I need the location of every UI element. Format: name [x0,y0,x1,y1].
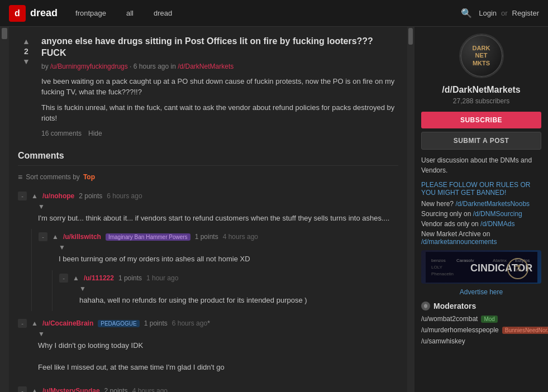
comment-1-header: - ▲ /u/nohope 2 points 6 hours ago [18,192,398,200]
comment-2-upvote[interactable]: ▲ [52,233,59,241]
comment-4-header: - ▲ /u/CocaineBrain PEDAGOGUE 1 points 6… [18,319,398,328]
sort-icon: ≡ [18,173,22,181]
post-time: 6 hours ago [134,63,169,70]
vendor-text: Vendor ads only on /d/DNMAds [421,220,541,228]
comment-1: - ▲ /u/nohope 2 points 6 hours ago ▼ I'm… [18,188,398,230]
post-vote-column: ▲ 2 ▼ [18,36,35,137]
moderators-icon [421,302,430,310]
comment-3-time: 1 hour ago [146,274,178,282]
comment-1-upvote[interactable]: ▲ [31,192,38,200]
advertise-image[interactable]: benzos Carasolv Atarinx Eutylos LOLY Phe… [421,250,541,284]
comment-5-points: 2 points [104,387,128,392]
comment-4-time: 6 hours ago* [172,319,210,327]
post-body: Ive been waiting on a pack caught up at … [41,76,398,124]
post-body-line1: Ive been waiting on a pack caught up at … [41,76,398,98]
comment-5-author[interactable]: /u/MysterySundae [42,387,100,392]
comments-link[interactable]: 16 comments [41,130,82,137]
content-area: ▲ 2 ▼ anyone else have drugs sitting in … [9,27,407,392]
moderator-1-link[interactable]: /u/wombat2combat [421,315,478,323]
sidebar: DARKNETMKTS /d/DarkNetMarkets 27,288 sub… [414,27,548,392]
comment-2-points: 1 points [195,233,218,241]
moderator-2-badge: BunniesNeedNorApply [502,327,548,334]
moderator-2: /u/murderhomelesspeople BunniesNeedNorAp… [421,326,541,334]
nav-dread[interactable]: dread [149,7,177,20]
main-scrollbar-thumb [408,28,413,45]
comment-3-collapse[interactable]: - [59,274,68,283]
post-author[interactable]: /u/Burningmyfuckingdrugs [50,63,128,70]
comment-4-downvote[interactable]: ▼ [38,330,45,338]
comment-3-body: ▼ hahaha, well no refunds for using the … [73,285,398,306]
new-here-link[interactable]: /d/DarknetMarketsNoobs [455,200,530,208]
comment-5-upvote[interactable]: ▲ [31,387,38,392]
post-actions: 16 comments Hide [41,130,398,137]
post-body-area: anyone else have drugs sitting in Post O… [41,36,398,137]
svg-text:benzos: benzos [431,258,446,263]
moderator-1-badge: Mod [481,315,497,323]
comment-3-downvote[interactable]: ▼ [79,285,86,293]
comments-title: Comments [18,151,64,161]
archive-link[interactable]: /d/marketannouncements [421,238,497,246]
comment-1-downvote[interactable]: ▼ [38,203,45,211]
sort-value[interactable]: Top [83,173,95,181]
post-meta: by /u/Burningmyfuckingdrugs · 6 hours ag… [41,63,398,70]
search-icon[interactable]: 🔍 [461,8,472,18]
post-downvote[interactable]: ▼ [21,56,31,67]
comment-3-author[interactable]: /u/111222 [84,274,114,282]
submit-post-button[interactable]: SUBMIT A POST [421,132,541,150]
post-body-line2: This is fuckin unreal, what in the fuck,… [41,102,398,124]
post-subreddit[interactable]: /d/DarkNetMarkets [178,63,234,70]
comment-4: - ▲ /u/CocaineBrain PEDAGOGUE 1 points 6… [18,315,398,379]
comment-4-upvote[interactable]: ▲ [31,319,38,327]
comment-4-text-2: Feel like I missed out, at the same time… [38,362,398,373]
comment-2-author[interactable]: /u/killswitch [63,233,101,241]
login-link[interactable]: Login [479,9,497,17]
comment-2-downvote[interactable]: ▼ [59,243,65,251]
moderator-3-link[interactable]: /u/samwhiskey [421,337,465,345]
comment-2-text: I been turning one of my orders into ash… [59,255,250,263]
comment-4-author[interactable]: /u/CocaineBrain [42,319,93,327]
sourcing-link[interactable]: /d/DNMSourcing [473,210,522,218]
comment-1-body: ▼ I'm sorry but... think about it... if … [31,203,398,224]
comment-5-collapse[interactable]: - [18,386,27,392]
sourcing-text: Sourcing only on /d/DNMSourcing [421,210,541,218]
comment-2: - ▲ /u/killswitch Imaginary Ban Hammer P… [39,229,398,270]
logo[interactable]: d dread [9,5,58,22]
comment-4-text-1: Why I didn't go looting today IDK [38,340,398,351]
community-name: /d/DarkNetMarkets [421,85,541,95]
comment-3-text: hahaha, well no refunds for using the pr… [79,296,307,304]
comment-4-points: 1 points [144,319,168,327]
rules-link[interactable]: PLEASE FOLLOW OUR RULES OR YOU MIGHT GET… [421,181,541,197]
comment-1-author[interactable]: /u/nohope [42,192,74,200]
moderator-2-link[interactable]: /u/murderhomelesspeople [421,326,499,334]
comment-1-text: I'm sorry but... think about it... if ve… [38,214,389,222]
post-score: 2 [24,47,28,56]
comment-5-time: 4 hours ago [132,387,168,392]
vendor-link[interactable]: /d/DNMAds [480,220,514,228]
sort-bar: ≡ Sort comments by Top [18,173,398,181]
comment-4-body: ▼ Why I didn't go looting today IDK Feel… [31,330,398,373]
comment-4-collapse[interactable]: - [18,319,27,328]
left-scrollbar[interactable] [0,27,9,392]
post-upvote[interactable]: ▲ [21,36,31,47]
header: d dread frontpage all dread 🔍 Login or R… [0,0,548,27]
comment-1-points: 2 points [79,192,102,200]
post-title: anyone else have drugs sitting in Post O… [41,36,398,59]
comment-2-time: 4 hours ago [223,233,258,241]
main-scrollbar[interactable] [407,27,414,392]
comment-2-collapse[interactable]: - [39,232,47,241]
nav-frontpage[interactable]: frontpage [71,7,111,20]
comment-1-time: 6 hours ago [107,192,142,200]
comment-3-points: 1 points [118,274,142,282]
advertise-here-link[interactable]: Advertise here [421,288,541,296]
post: ▲ 2 ▼ anyone else have drugs sitting in … [18,36,398,137]
comment-2-badge: Imaginary Ban Hammer Powers [106,233,190,241]
subscribe-button[interactable]: SUBSCRIBE [421,112,541,128]
comment-1-collapse[interactable]: - [18,192,27,200]
hide-link[interactable]: Hide [88,130,102,137]
nav-all[interactable]: all [122,7,138,20]
register-link[interactable]: Register [512,9,539,17]
sort-label: Sort comments by [26,173,80,181]
comment-2-indent: - ▲ /u/killswitch Imaginary Ban Hammer P… [31,229,398,311]
comment-3-upvote[interactable]: ▲ [73,274,79,282]
header-right: 🔍 Login or Register [461,8,539,18]
